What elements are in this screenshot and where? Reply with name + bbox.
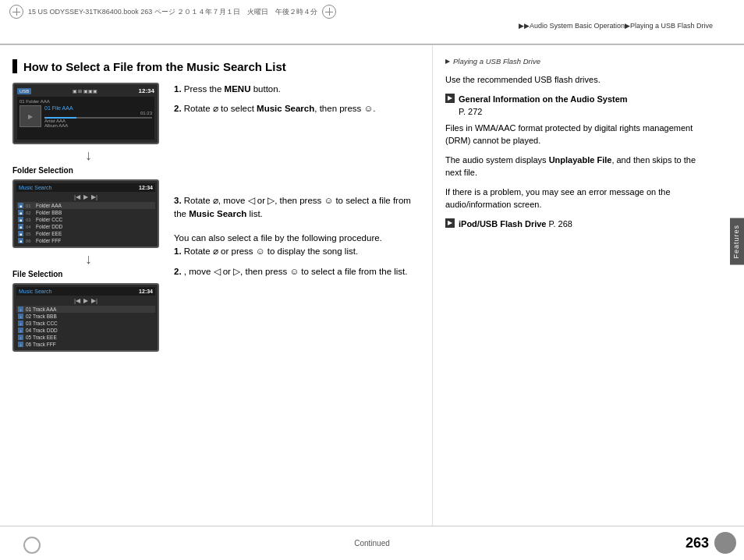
crosshair-icon-2 bbox=[322, 5, 336, 19]
main-content: How to Select a File from the Music Sear… bbox=[0, 45, 744, 560]
right-ref2-page: P. 268 bbox=[549, 219, 572, 229]
also-step1: 1. Rotate ⌀ or press ☺ to display the so… bbox=[174, 245, 420, 258]
item-icon-1: ■ bbox=[18, 203, 23, 208]
screen1-file-info: ▶ 01 File AAA 01:23 Artist AAA A bbox=[19, 105, 152, 128]
footer-circle-right bbox=[714, 532, 736, 554]
screen3-item-5: ♪ 05 Track EEE bbox=[16, 334, 155, 341]
right-ref1-page: P. 272 bbox=[459, 107, 482, 116]
right-ref1-text: General Information on the Audio System … bbox=[459, 93, 628, 119]
screen3-item-4: ♪ 04 Track DDD bbox=[16, 327, 155, 334]
screen2-time: 12:34 bbox=[139, 185, 153, 190]
screen1-icons: ▣ ⊞ ▣▣▣ bbox=[73, 88, 97, 94]
header-file-info: 15 US ODYSSEY-31TK86400.book 263 ページ ２０１… bbox=[28, 7, 317, 17]
play-icon: ▶ bbox=[83, 193, 88, 200]
right-para2: Files in WMA/AAC format protected by dig… bbox=[445, 122, 709, 147]
step2: 2. Rotate ⌀ to select Music Search, then… bbox=[174, 102, 420, 115]
right-ref2: ▶ iPod/USB Flash Drive P. 268 bbox=[445, 218, 709, 231]
track-icon-3: ♪ bbox=[18, 321, 23, 326]
screen1-file-details: 01 File AAA 01:23 Artist AAA Album AAA bbox=[44, 105, 152, 128]
crosshair-icon bbox=[9, 5, 23, 19]
track-icon-5: ♪ bbox=[18, 335, 23, 340]
next-icon-3: ▶| bbox=[91, 297, 97, 304]
item-icon-2: ■ bbox=[18, 210, 23, 215]
step2-num: 2. bbox=[174, 104, 182, 113]
header: 15 US ODYSSEY-31TK86400.book 263 ページ ２０１… bbox=[0, 0, 744, 45]
screen3-title: Music Search bbox=[19, 289, 51, 294]
screen3-item-2: ♪ 02 Track BBB bbox=[16, 313, 155, 320]
header-divider bbox=[0, 44, 744, 44]
screen2-item-1: ■ 01 Folder AAA bbox=[16, 202, 155, 209]
screen1-folder-label: 01 Folder AAA bbox=[19, 99, 152, 104]
right-ref2-text: iPod/USB Flash Drive P. 268 bbox=[459, 218, 572, 231]
screen2-item-4: ■ 04 Folder DDD bbox=[16, 223, 155, 230]
step2-text: Rotate ⌀ to select Music Search, then pr… bbox=[184, 104, 376, 113]
screen3-track-list: Music Search 12:34 |◀ ▶ ▶| ♪ 01 Track AA… bbox=[12, 283, 159, 352]
step3: 3. Rotate ⌀, move ◁ or ▷, then press ☺ t… bbox=[174, 194, 420, 222]
screen1-filename: 01 File AAA bbox=[44, 105, 152, 111]
right-panel-header: ▶ Playing a USB Flash Drive bbox=[445, 56, 709, 67]
also-step2: 2. , move ◁ or ▷, then press ☺ to select… bbox=[174, 265, 420, 278]
screen2-item-3: ■ 03 Folder CCC bbox=[16, 216, 155, 223]
breadcrumb: ▶▶Audio System Basic Operation▶Playing a… bbox=[519, 22, 713, 30]
also2-text: , move ◁ or ▷, then press ☺ to select a … bbox=[184, 267, 408, 276]
header-top-line: 15 US ODYSSEY-31TK86400.book 263 ページ ２０１… bbox=[0, 0, 744, 20]
arrow2: ↓ bbox=[12, 251, 165, 268]
screen3-header: Music Search 12:34 bbox=[16, 287, 155, 296]
screen1-album: Album AAA bbox=[44, 123, 152, 128]
screen2-item-5: ■ 05 Folder EEE bbox=[16, 230, 155, 237]
next-icon: ▶| bbox=[91, 193, 97, 200]
prev-icon-3: |◀ bbox=[74, 297, 80, 304]
track-icon-6: ♪ bbox=[18, 342, 23, 347]
right-para3-bold: Unplayable File bbox=[549, 155, 612, 165]
section-header: How to Select a File from the Music Sear… bbox=[12, 59, 420, 73]
ref-icon-1: ▶ bbox=[445, 94, 455, 103]
right-section-title: Playing a USB Flash Drive bbox=[453, 56, 540, 67]
screen1-time: 12:34 bbox=[139, 87, 154, 94]
screen3-item-3: ♪ 03 Track CCC bbox=[16, 320, 155, 327]
item-icon-5: ■ bbox=[18, 231, 23, 236]
play-icon-3: ▶ bbox=[83, 297, 88, 304]
right-content: Use the recommended USB flash drives. ▶ … bbox=[445, 73, 709, 230]
screen1-content: 01 Folder AAA ▶ 01 File AAA 01:23 bbox=[17, 97, 154, 140]
screen1-usb: USB ▣ ⊞ ▣▣▣ 12:34 01 Folder AAA ▶ 01 Fil… bbox=[12, 83, 159, 144]
arrow1: ↓ bbox=[12, 147, 165, 164]
screen1-time2: 01:23 bbox=[140, 111, 152, 115]
screen1-thumbnail: ▶ bbox=[19, 105, 41, 127]
screen2-folder-list: Music Search 12:34 |◀ ▶ ▶| ■ 01 Folder A… bbox=[12, 179, 159, 248]
item-icon-3: ■ bbox=[18, 217, 23, 222]
right-para3-start: The audio system displays bbox=[445, 155, 549, 165]
screen3-time: 12:34 bbox=[139, 289, 153, 294]
triangle-icon: ▶ bbox=[445, 57, 450, 66]
also-section: You can also select a file by the follow… bbox=[174, 232, 420, 278]
screen1-top-bar: USB ▣ ⊞ ▣▣▣ 12:34 bbox=[17, 87, 154, 94]
prev-icon: |◀ bbox=[74, 193, 80, 200]
step1-num: 1. bbox=[174, 84, 182, 94]
instructions-col: 1. Press the MENU button. 2. Rotate ⌀ to… bbox=[174, 83, 420, 355]
right-ref1-bold: General Information on the Audio System bbox=[459, 94, 628, 104]
screenshots-col: USB ▣ ⊞ ▣▣▣ 12:34 01 Folder AAA ▶ 01 Fil… bbox=[12, 83, 165, 355]
also1-num: 1. bbox=[174, 246, 182, 256]
screen3-item-1: ♪ 01 Track AAA bbox=[16, 306, 155, 313]
screen2-controls: |◀ ▶ ▶| bbox=[16, 193, 155, 200]
right-panel: ▶ Playing a USB Flash Drive Use the reco… bbox=[433, 45, 721, 560]
footer-page-number: 263 bbox=[686, 535, 709, 551]
item-icon-4: ■ bbox=[18, 224, 23, 229]
step3-num: 3. bbox=[174, 196, 182, 205]
right-para3: The audio system displays Unplayable Fil… bbox=[445, 154, 709, 179]
left-panel: How to Select a File from the Music Sear… bbox=[0, 45, 433, 560]
right-ref1: ▶ General Information on the Audio Syste… bbox=[445, 93, 709, 119]
screen2-item-6: ■ 06 Folder FFF bbox=[16, 237, 155, 244]
screen3-controls: |◀ ▶ ▶| bbox=[16, 297, 155, 304]
screen3-item-6: ♪ 06 Track FFF bbox=[16, 341, 155, 348]
track-icon-2: ♪ bbox=[18, 314, 23, 319]
track-icon-1: ♪ bbox=[18, 307, 23, 312]
screen2-item-2: ■ 02 Folder BBB bbox=[16, 209, 155, 216]
step1-text: Press the MENU button. bbox=[184, 84, 281, 94]
footer-continued: Continued bbox=[354, 539, 390, 548]
right-ref2-bold: iPod/USB Flash Drive bbox=[459, 219, 546, 229]
step1: 1. Press the MENU button. bbox=[174, 83, 420, 96]
footer-circle-left bbox=[23, 537, 41, 554]
screen2-title: Music Search bbox=[19, 185, 51, 190]
left-columns: USB ▣ ⊞ ▣▣▣ 12:34 01 Folder AAA ▶ 01 Fil… bbox=[12, 83, 420, 355]
track-icon-4: ♪ bbox=[18, 328, 23, 333]
